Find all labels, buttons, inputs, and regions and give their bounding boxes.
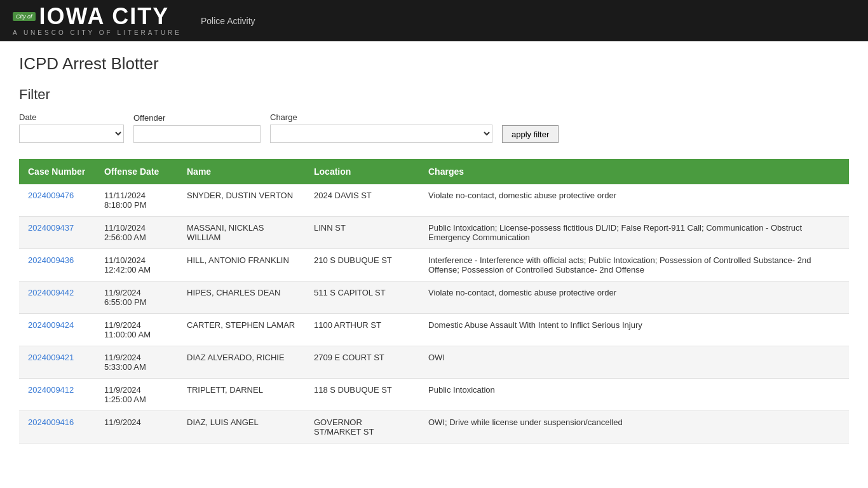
table-row: 202400947611/11/2024 8:18:00 PMSNYDER, D… [19,184,849,217]
cell-charges: Interference - Interference with officia… [419,249,849,281]
cell-location: 210 S DUBUQUE ST [305,249,419,281]
offender-label: Offender [133,113,261,123]
cell-name: DIAZ ALVERADO, RICHIE [178,346,305,379]
cell-location: 1100 ARTHUR ST [305,314,419,346]
case-number-link[interactable]: 2024009476 [28,191,74,200]
cell-location: LINN ST [305,217,419,249]
cell-case-number: 2024009416 [19,411,95,444]
cell-case-number: 2024009412 [19,379,95,411]
cell-name: CARTER, STEPHEN LAMAR [178,314,305,346]
date-label: Date [19,112,124,122]
case-number-link[interactable]: 2024009416 [28,417,74,427]
th-charges: Charges [419,159,849,184]
case-number-link[interactable]: 2024009421 [28,353,74,362]
charge-select[interactable] [270,125,492,143]
site-header: City of IOWA CITY A UNESCO CITY OF LITER… [0,0,868,41]
cell-location: 2024 DAVIS ST [305,184,419,217]
cell-location: 511 S CAPITOL ST [305,281,419,314]
case-number-link[interactable]: 2024009437 [28,223,74,233]
case-number-link[interactable]: 2024009442 [28,288,74,297]
charge-label: Charge [270,112,492,122]
table-body: 202400947611/11/2024 8:18:00 PMSNYDER, D… [19,184,849,444]
table-row: 202400942111/9/2024 5:33:00 AMDIAZ ALVER… [19,346,849,379]
arrest-blotter-table: Case Number Offense Date Name Location C… [19,159,849,444]
cell-name: HILL, ANTONIO FRANKLIN [178,249,305,281]
cell-offense-date: 11/9/2024 11:00:00 AM [95,314,178,346]
date-select[interactable] [19,125,124,143]
cell-location: 118 S DUBUQUE ST [305,379,419,411]
cell-offense-date: 11/9/2024 [95,411,178,444]
charge-filter-group: Charge [270,112,492,143]
table-header-row: Case Number Offense Date Name Location C… [19,159,849,184]
cell-charges: Violate no-contact, domestic abuse prote… [419,281,849,314]
cell-case-number: 2024009442 [19,281,95,314]
case-number-link[interactable]: 2024009436 [28,255,74,265]
cell-case-number: 2024009437 [19,217,95,249]
logo-title: IOWA CITY [39,5,170,28]
cell-case-number: 2024009421 [19,346,95,379]
offender-input[interactable] [133,125,261,143]
case-number-link[interactable]: 2024009424 [28,320,74,330]
filter-row: Date Offender Charge apply filter [19,112,849,143]
table-row: 202400941611/9/2024DIAZ, LUIS ANGELGOVER… [19,411,849,444]
cell-case-number: 2024009476 [19,184,95,217]
cell-offense-date: 11/9/2024 6:55:00 PM [95,281,178,314]
cell-name: HIPES, CHARLES DEAN [178,281,305,314]
cell-location: GOVERNOR ST/MARKET ST [305,411,419,444]
cell-case-number: 2024009424 [19,314,95,346]
table-row: 202400941211/9/2024 1:25:00 AMTRIPLETT, … [19,379,849,411]
cell-charges: Domestic Abuse Assault With Intent to In… [419,314,849,346]
cell-offense-date: 11/10/2024 12:42:00 AM [95,249,178,281]
offender-filter-group: Offender [133,113,261,143]
table-row: 202400943711/10/2024 2:56:00 AMMASSANI, … [19,217,849,249]
cell-charges: OWI; Drive while license under suspensio… [419,411,849,444]
cell-charges: Public Intoxication [419,379,849,411]
page-title: ICPD Arrest Blotter [19,54,849,74]
cell-offense-date: 11/10/2024 2:56:00 AM [95,217,178,249]
cell-charges: OWI [419,346,849,379]
cell-location: 2709 E COURT ST [305,346,419,379]
filter-heading: Filter [19,86,849,103]
cell-name: MASSANI, NICKLAS WILLIAM [178,217,305,249]
cell-name: SNYDER, DUSTIN VERTON [178,184,305,217]
cell-offense-date: 11/9/2024 1:25:00 AM [95,379,178,411]
date-filter-group: Date [19,112,124,143]
cell-name: DIAZ, LUIS ANGEL [178,411,305,444]
cell-charges: Violate no-contact, domestic abuse prote… [419,184,849,217]
th-offense-date: Offense Date [95,159,178,184]
logo-top: City of IOWA CITY [13,5,182,28]
cell-offense-date: 11/11/2024 8:18:00 PM [95,184,178,217]
table-row: 202400942411/9/2024 11:00:00 AMCARTER, S… [19,314,849,346]
logo-area: City of IOWA CITY A UNESCO CITY OF LITER… [13,5,182,36]
cell-name: TRIPLETT, DARNEL [178,379,305,411]
th-location: Location [305,159,419,184]
cell-charges: Public Intoxication; License-possess fic… [419,217,849,249]
logo-subtitle: A UNESCO CITY OF LITERATURE [13,29,182,36]
table-row: 202400944211/9/2024 6:55:00 PMHIPES, CHA… [19,281,849,314]
police-activity-nav[interactable]: Police Activity [201,16,255,26]
filter-section: Filter Date Offender Charge apply filter [19,86,849,143]
apply-filter-button[interactable]: apply filter [502,125,559,143]
th-name: Name [178,159,305,184]
table-header: Case Number Offense Date Name Location C… [19,159,849,184]
cell-case-number: 2024009436 [19,249,95,281]
cell-offense-date: 11/9/2024 5:33:00 AM [95,346,178,379]
th-case-number: Case Number [19,159,95,184]
main-content: ICPD Arrest Blotter Filter Date Offender… [0,41,868,456]
case-number-link[interactable]: 2024009412 [28,385,74,395]
city-badge: City of [13,12,36,21]
table-row: 202400943611/10/2024 12:42:00 AMHILL, AN… [19,249,849,281]
